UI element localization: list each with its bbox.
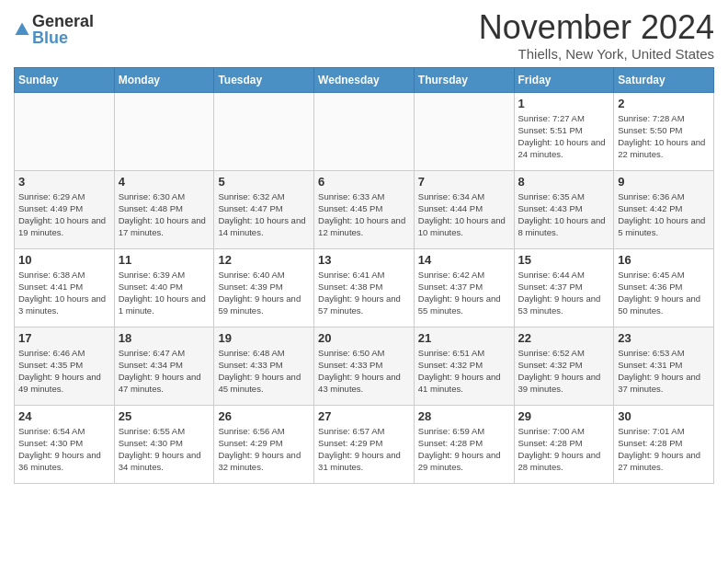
day-info: Sunrise: 6:36 AM Sunset: 4:42 PM Dayligh…: [618, 190, 710, 239]
day-number: 22: [518, 331, 610, 345]
day-info: Sunrise: 6:33 AM Sunset: 4:45 PM Dayligh…: [318, 190, 410, 239]
day-number: 26: [218, 409, 310, 423]
calendar-cell: 18Sunrise: 6:47 AM Sunset: 4:34 PM Dayli…: [114, 327, 214, 405]
day-info: Sunrise: 6:50 AM Sunset: 4:33 PM Dayligh…: [318, 347, 410, 396]
calendar-cell: 17Sunrise: 6:46 AM Sunset: 4:35 PM Dayli…: [15, 327, 115, 405]
day-info: Sunrise: 6:44 AM Sunset: 4:37 PM Dayligh…: [518, 269, 610, 317]
calendar-cell: [414, 92, 514, 170]
day-number: 10: [18, 253, 110, 267]
day-info: Sunrise: 6:47 AM Sunset: 4:34 PM Dayligh…: [119, 347, 210, 396]
day-info: Sunrise: 6:45 AM Sunset: 4:36 PM Dayligh…: [618, 269, 710, 317]
day-info: Sunrise: 6:35 AM Sunset: 4:43 PM Dayligh…: [518, 190, 610, 239]
day-number: 9: [618, 175, 710, 189]
calendar-cell: 30Sunrise: 7:01 AM Sunset: 4:28 PM Dayli…: [614, 405, 714, 483]
header-day-monday: Monday: [114, 67, 214, 92]
header-day-tuesday: Tuesday: [214, 67, 314, 92]
day-number: 25: [119, 409, 210, 423]
day-number: 20: [318, 331, 410, 345]
day-number: 27: [318, 409, 410, 423]
day-info: Sunrise: 7:27 AM Sunset: 5:51 PM Dayligh…: [518, 112, 610, 161]
day-number: 5: [218, 175, 310, 189]
week-row-3: 10Sunrise: 6:38 AM Sunset: 4:41 PM Dayli…: [15, 248, 714, 327]
day-info: Sunrise: 6:54 AM Sunset: 4:30 PM Dayligh…: [18, 425, 110, 474]
day-number: 3: [18, 175, 110, 189]
calendar-cell: 15Sunrise: 6:44 AM Sunset: 4:37 PM Dayli…: [514, 248, 614, 327]
calendar-cell: 11Sunrise: 6:39 AM Sunset: 4:40 PM Dayli…: [114, 248, 214, 327]
calendar-body: 1Sunrise: 7:27 AM Sunset: 5:51 PM Daylig…: [15, 92, 714, 483]
header-day-thursday: Thursday: [414, 67, 514, 92]
day-number: 28: [418, 409, 510, 423]
day-info: Sunrise: 6:40 AM Sunset: 4:39 PM Dayligh…: [218, 269, 310, 317]
day-number: 2: [618, 97, 710, 110]
logo-general-text: General: [32, 13, 94, 29]
day-number: 16: [618, 253, 710, 267]
calendar-table: SundayMondayTuesdayWednesdayThursdayFrid…: [14, 67, 714, 484]
logo: General Blue: [14, 9, 94, 46]
calendar-cell: 3Sunrise: 6:29 AM Sunset: 4:49 PM Daylig…: [15, 170, 115, 248]
day-info: Sunrise: 6:57 AM Sunset: 4:29 PM Dayligh…: [318, 425, 410, 474]
calendar-cell: 27Sunrise: 6:57 AM Sunset: 4:29 PM Dayli…: [314, 405, 415, 483]
location-subtitle: Thiells, New York, United States: [479, 46, 714, 62]
calendar-cell: 20Sunrise: 6:50 AM Sunset: 4:33 PM Dayli…: [314, 327, 415, 405]
calendar-cell: 5Sunrise: 6:32 AM Sunset: 4:47 PM Daylig…: [214, 170, 314, 248]
day-info: Sunrise: 6:46 AM Sunset: 4:35 PM Dayligh…: [18, 347, 110, 396]
calendar-cell: [314, 92, 415, 170]
logo-blue-text: Blue: [32, 29, 94, 46]
calendar-cell: 16Sunrise: 6:45 AM Sunset: 4:36 PM Dayli…: [614, 248, 714, 327]
header-day-friday: Friday: [514, 67, 614, 92]
calendar-cell: 13Sunrise: 6:41 AM Sunset: 4:38 PM Dayli…: [314, 248, 415, 327]
week-row-1: 1Sunrise: 7:27 AM Sunset: 5:51 PM Daylig…: [15, 92, 714, 170]
day-number: 30: [618, 409, 710, 423]
day-number: 7: [418, 175, 510, 189]
calendar-cell: 26Sunrise: 6:56 AM Sunset: 4:29 PM Dayli…: [214, 405, 314, 483]
day-number: 4: [119, 175, 210, 189]
day-info: Sunrise: 6:51 AM Sunset: 4:32 PM Dayligh…: [418, 347, 510, 396]
day-number: 11: [119, 253, 210, 267]
calendar-cell: 22Sunrise: 6:52 AM Sunset: 4:32 PM Dayli…: [514, 327, 614, 405]
week-row-4: 17Sunrise: 6:46 AM Sunset: 4:35 PM Dayli…: [15, 327, 714, 405]
day-info: Sunrise: 6:56 AM Sunset: 4:29 PM Dayligh…: [218, 425, 310, 474]
calendar-cell: 9Sunrise: 6:36 AM Sunset: 4:42 PM Daylig…: [614, 170, 714, 248]
calendar-cell: 21Sunrise: 6:51 AM Sunset: 4:32 PM Dayli…: [414, 327, 514, 405]
title-block: November 2024 Thiells, New York, United …: [479, 9, 714, 62]
day-info: Sunrise: 6:59 AM Sunset: 4:28 PM Dayligh…: [418, 425, 510, 474]
header-row: SundayMondayTuesdayWednesdayThursdayFrid…: [15, 67, 714, 92]
calendar-cell: 6Sunrise: 6:33 AM Sunset: 4:45 PM Daylig…: [314, 170, 415, 248]
day-number: 1: [518, 97, 610, 110]
calendar-cell: 29Sunrise: 7:00 AM Sunset: 4:28 PM Dayli…: [514, 405, 614, 483]
day-number: 6: [318, 175, 410, 189]
calendar-cell: 19Sunrise: 6:48 AM Sunset: 4:33 PM Dayli…: [214, 327, 314, 405]
header-day-saturday: Saturday: [614, 67, 714, 92]
day-number: 15: [518, 253, 610, 267]
week-row-2: 3Sunrise: 6:29 AM Sunset: 4:49 PM Daylig…: [15, 170, 714, 248]
day-info: Sunrise: 6:34 AM Sunset: 4:44 PM Dayligh…: [418, 190, 510, 239]
month-title: November 2024: [479, 9, 714, 46]
day-info: Sunrise: 6:42 AM Sunset: 4:37 PM Dayligh…: [418, 269, 510, 317]
calendar-cell: 12Sunrise: 6:40 AM Sunset: 4:39 PM Dayli…: [214, 248, 314, 327]
day-info: Sunrise: 6:32 AM Sunset: 4:47 PM Dayligh…: [218, 190, 310, 239]
header-day-wednesday: Wednesday: [314, 67, 415, 92]
calendar-cell: 8Sunrise: 6:35 AM Sunset: 4:43 PM Daylig…: [514, 170, 614, 248]
day-info: Sunrise: 7:00 AM Sunset: 4:28 PM Dayligh…: [518, 425, 610, 474]
day-info: Sunrise: 6:39 AM Sunset: 4:40 PM Dayligh…: [119, 269, 210, 317]
day-info: Sunrise: 7:01 AM Sunset: 4:28 PM Dayligh…: [618, 425, 710, 474]
calendar-cell: 28Sunrise: 6:59 AM Sunset: 4:28 PM Dayli…: [414, 405, 514, 483]
day-number: 23: [618, 331, 710, 345]
day-info: Sunrise: 6:30 AM Sunset: 4:48 PM Dayligh…: [119, 190, 210, 239]
logo-icon: [14, 21, 30, 38]
day-number: 18: [119, 331, 210, 345]
day-info: Sunrise: 6:41 AM Sunset: 4:38 PM Dayligh…: [318, 269, 410, 317]
calendar-cell: [114, 92, 214, 170]
calendar-cell: 4Sunrise: 6:30 AM Sunset: 4:48 PM Daylig…: [114, 170, 214, 248]
day-number: 21: [418, 331, 510, 345]
page-header: General Blue November 2024 Thiells, New …: [14, 9, 714, 62]
day-number: 29: [518, 409, 610, 423]
calendar-cell: 2Sunrise: 7:28 AM Sunset: 5:50 PM Daylig…: [614, 92, 714, 170]
calendar-cell: 1Sunrise: 7:27 AM Sunset: 5:51 PM Daylig…: [514, 92, 614, 170]
day-info: Sunrise: 6:38 AM Sunset: 4:41 PM Dayligh…: [18, 269, 110, 317]
calendar-cell: 25Sunrise: 6:55 AM Sunset: 4:30 PM Dayli…: [114, 405, 214, 483]
day-number: 24: [18, 409, 110, 423]
calendar-cell: [15, 92, 115, 170]
calendar-cell: 23Sunrise: 6:53 AM Sunset: 4:31 PM Dayli…: [614, 327, 714, 405]
calendar-cell: 10Sunrise: 6:38 AM Sunset: 4:41 PM Dayli…: [15, 248, 115, 327]
